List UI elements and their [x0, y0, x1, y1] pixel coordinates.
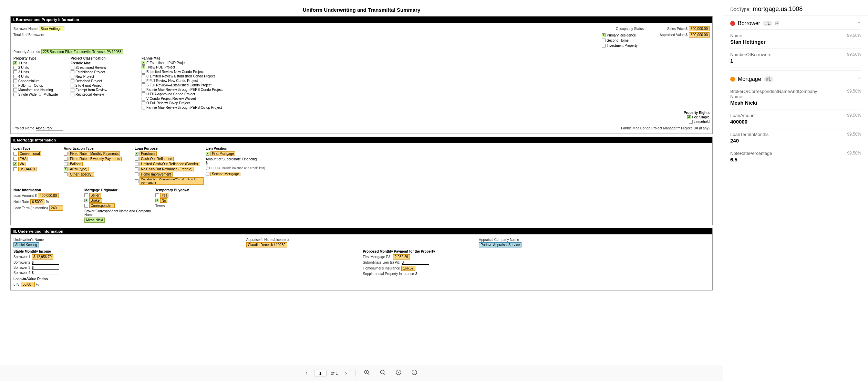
leasehold-checkbox	[689, 120, 693, 124]
mortgage-broker-label: BrokerOrCorrespondentNameAndCompanyName …	[730, 89, 861, 99]
borrower-entity-section: Borrower #1 ⊞ ⌃ Name 99.50% Stan Hetting…	[730, 16, 861, 67]
borrower-grid-icon: ⊞	[775, 20, 779, 27]
supplemental-label: Supplemental Property Insurance	[363, 272, 414, 276]
current-page-input[interactable]	[314, 370, 327, 377]
borrower2-value: $	[32, 261, 59, 265]
borrower1-label: Borrower 1	[13, 255, 30, 259]
lp-purchase	[135, 152, 138, 156]
mortgage-entity-header[interactable]: Mortgage #1 ⌃	[730, 72, 861, 85]
fannie-c	[142, 74, 145, 78]
lt-fha	[13, 157, 17, 161]
amort-type-label: Amortization Type	[64, 147, 133, 150]
doctype-value: mortgage.us.1008	[753, 6, 803, 13]
borrower2-label: Borrower 2	[13, 261, 30, 264]
fannie-s	[142, 83, 145, 87]
section-borrower: I. Borrower and Property Information Bor…	[10, 16, 713, 134]
note-info-label: Note Information	[13, 188, 82, 192]
subordinate-label: Amount of Subordinate Financing	[206, 157, 710, 161]
mortgage-field-broker: BrokerOrCorrespondentNameAndCompanyName …	[730, 85, 861, 109]
borrower-field-name: Name 99.50% Stan Hettinger	[730, 30, 861, 49]
loan-term-value: 240	[49, 205, 63, 211]
total-borrowers-label: Total # of Borrowers	[13, 33, 44, 37]
appraisal-company-label: Appraisal Company Name	[479, 238, 710, 242]
svg-line-1	[368, 374, 370, 375]
orig-broker	[84, 199, 88, 202]
sub-lien-label: Subordinate Lien (s) P&I	[363, 261, 401, 264]
fannie-i	[142, 65, 145, 69]
at-other	[64, 172, 68, 176]
property-rights-label: Property Rights	[684, 111, 710, 115]
note-rate-pct: %	[46, 200, 49, 204]
underwriter-name-value: Abdiel Keeling	[13, 242, 39, 247]
property-address-value: 225 Bustleton Pike, Feasterville-Trevose…	[41, 49, 123, 54]
second-home-label: Second Home	[607, 39, 628, 42]
sales-price-value: 800,000.00	[689, 26, 710, 31]
borrower-entity-name: Borrower	[738, 20, 760, 27]
at-fixed-monthly	[64, 152, 68, 156]
borrower-numberborrowers-value: 1	[730, 58, 861, 64]
prev-page-button[interactable]: ‹	[303, 369, 310, 378]
help-button[interactable]: ?	[409, 368, 420, 378]
mortgage-loanamount-value: 400000	[730, 119, 861, 125]
ltv-label: Loan-to-Value Ratios	[13, 277, 360, 281]
mortgage-loanamount-label: LoanAmount 99.50%	[730, 113, 861, 118]
mortgage-loanterm-value: 240	[730, 138, 861, 144]
section-underwriting-header: III. Underwriting Information	[11, 228, 712, 234]
proposed-monthly-label: Proposed Monthly Payment for the Propert…	[363, 250, 710, 253]
fannie-mae-label: Fannie Mae	[142, 56, 710, 60]
mortgage-noterate-value: 6.5	[730, 157, 861, 162]
fee-simple-label: Fee Simple	[692, 115, 710, 119]
buydown-no	[155, 199, 159, 202]
pt-mfg	[13, 88, 17, 92]
next-page-button[interactable]: ›	[342, 369, 350, 378]
pt-1unit	[13, 61, 17, 65]
temp-buydown-label: Temporary Buydown	[155, 188, 224, 192]
borrower-entity-header[interactable]: Borrower #1 ⊞ ⌃	[730, 16, 861, 30]
heloc-note: (If HELOC, include balance and credit li…	[206, 166, 710, 170]
supplemental-value: $	[415, 272, 443, 276]
fee-simple-checkbox	[687, 115, 691, 119]
mortgage-loanterm-confidence: 99.50%	[847, 132, 861, 137]
borrower1-value: $ 12,956.70	[32, 254, 53, 260]
borrower-name-field-value: Stan Hettinger	[730, 39, 861, 45]
mortgage-field-loan-term: LoanTermInMonths 99.50% 240	[730, 128, 861, 147]
first-mortgage-value: 2,982.29	[393, 254, 410, 260]
section-mortgage-header: II. Mortgage Information	[11, 137, 712, 143]
investment-property-label: Investment Property	[607, 44, 637, 47]
homeowners-label: Homeowner's Insurance	[363, 266, 400, 270]
borrower-dot	[730, 21, 735, 26]
total-pages: of 1	[331, 371, 338, 376]
borrower-field-numberborrowers: NumberOfBorrowers 99.50% 1	[730, 49, 861, 67]
pan-button[interactable]	[393, 368, 404, 378]
lp-first	[206, 152, 209, 156]
property-type-label: Property Type	[13, 56, 69, 60]
borrower-header-left: Borrower #1 ⊞	[730, 20, 779, 27]
second-home-checkbox	[602, 39, 606, 42]
lp-cashout	[135, 157, 138, 161]
borrower-name-value: Stan Hettinger	[39, 26, 64, 31]
orig-seller	[84, 193, 88, 197]
lp-limited	[135, 162, 138, 166]
zoom-out-button[interactable]	[377, 368, 389, 378]
pt-single	[13, 93, 17, 96]
mortgage-fields: BrokerOrCorrespondentNameAndCompanyName …	[730, 85, 861, 166]
doctype-label: DocType:	[730, 7, 751, 12]
ltv-label2: LTV	[13, 283, 20, 286]
fannie-pers-coop	[142, 106, 145, 109]
investment-property-checkbox	[602, 44, 606, 47]
terms-value	[166, 207, 194, 207]
freddie-new	[71, 75, 74, 78]
borrower-fields: Name 99.50% Stan Hettinger NumberOfBorro…	[730, 30, 861, 67]
mortgage-broker-confidence: 99.50%	[847, 89, 861, 99]
freddie-streamlined	[71, 66, 74, 70]
property-address-label: Property Address	[13, 50, 40, 54]
zoom-in-button[interactable]	[361, 368, 373, 378]
fannie-b	[142, 70, 145, 74]
pagination-toolbar: ‹ of 1 ›	[0, 365, 723, 381]
fannie-f	[142, 79, 145, 83]
borrower3-label: Borrower 3	[13, 266, 30, 269]
svg-point-8	[398, 372, 399, 373]
pt-pud	[13, 84, 17, 87]
freddie-mac-label: Freddie Mac	[71, 61, 140, 65]
orig-correspondent	[84, 204, 88, 208]
